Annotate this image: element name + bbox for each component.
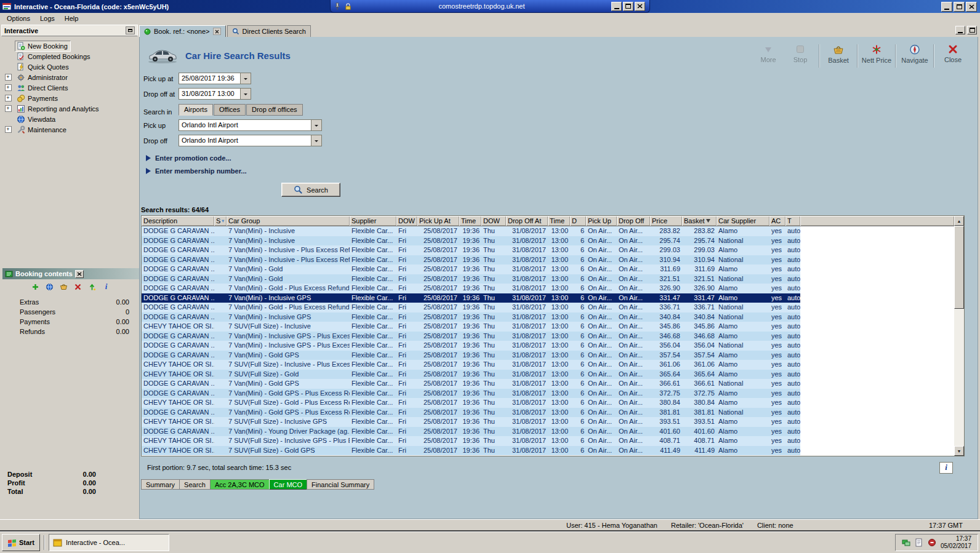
tab-financial-summary[interactable]: Financial Summary [307,479,374,490]
menu-help[interactable]: Help [60,14,84,23]
tab-summary[interactable]: Summary [141,479,180,490]
table-row[interactable]: DODGE G CARAVAN ... 7 Van(Mini) - Inclus… [142,293,800,303]
scroll-down-icon[interactable]: ▼ [954,446,964,456]
table-row[interactable]: CHEVY TAHOE OR SI... 7 SUV(Full Size) - … [142,370,800,380]
membership-expander[interactable]: Enter membership number... [146,167,978,175]
start-button[interactable]: Start [2,534,40,551]
info-button[interactable]: i [102,282,111,291]
restore-button[interactable] [954,2,965,12]
sidebar-item-reporting-analytics[interactable]: + Reporting and Analytics [1,103,138,114]
column-header-basket[interactable]: Basket [682,216,717,226]
table-row[interactable]: DODGE G CARAVAN ... 7 Van(Mini) - Gold F… [142,274,800,284]
table-row[interactable]: DODGE G CARAVAN ... 7 Van(Mini) - Inclus… [142,255,800,265]
close-button[interactable] [966,2,977,12]
table-row[interactable]: DODGE G CARAVAN ... 7 Van(Mini) - Gold -… [142,303,800,312]
rdp-restore-button[interactable] [623,2,633,11]
table-row[interactable]: DODGE G CARAVAN ... 7 Van(Mini) - Young … [142,427,800,437]
add-extra-button[interactable] [31,282,40,291]
delete-button[interactable] [73,282,82,291]
tray-network-icon[interactable] [902,538,910,547]
list-item[interactable]: Extras0.00 [2,297,139,307]
tab-close-icon[interactable] [213,28,221,35]
search-button[interactable]: Search [281,183,340,197]
column-header-car-group[interactable]: Car Group [227,216,350,226]
table-row[interactable]: CHEVY TAHOE OR SI... 7 SUV(Full Size) - … [142,446,800,456]
pickup-datetime-combo[interactable]: 25/08/2017 19:36 [179,73,251,84]
stop-button[interactable]: Stop [784,43,816,63]
table-row[interactable]: DODGE G CARAVAN ... 7 Van(Mini) - Inclus… [142,245,800,255]
column-header-ac[interactable]: AC [769,216,785,226]
chevron-down-icon[interactable] [240,89,251,99]
dropoff-location-combo[interactable]: Orlando Intl Airport [179,135,322,146]
chevron-down-icon[interactable] [240,73,251,84]
table-row[interactable]: DODGE G CARAVAN ... 7 Van(Mini) - Inclus… [142,312,800,322]
tab-booking-ref[interactable]: Book. ref.: <none> [139,25,226,37]
taskbar-task-interactive[interactable]: Interactive - Ocea... [49,534,169,551]
column-header-pickup-loc[interactable]: Pick Up [586,216,617,226]
table-row[interactable]: CHEVY TAHOE OR SI... 7 SUV(Full Size) - … [142,398,800,408]
pin-icon[interactable] [334,2,341,10]
table-row[interactable]: DODGE G CARAVAN ... 7 Van(Mini) - Inclus… [142,341,800,351]
column-header-t[interactable]: T [785,216,800,226]
sidebar-item-new-booking[interactable]: New Booking [1,41,138,51]
sidebar-item-maintenance[interactable]: + Maintenance [1,124,138,135]
sidebar-item-completed-bookings[interactable]: Completed Bookings [1,51,138,62]
tab-acc-mco[interactable]: Acc 2A,3C MCO [210,479,270,490]
table-row[interactable]: DODGE G CARAVAN ... 7 Van(Mini) - Inclus… [142,236,800,246]
expand-icon[interactable]: + [5,95,12,101]
panel-minimize-button[interactable] [955,26,965,34]
expand-icon[interactable]: + [5,74,12,81]
table-row[interactable]: CHEVY TAHOE OR SI... 7 SUV(Full Size) - … [142,436,800,446]
column-header-days[interactable]: D [570,216,586,226]
globe-button[interactable] [45,282,54,291]
sidebar-item-administrator[interactable]: + Administrator [1,72,138,82]
list-item[interactable]: Refunds0.00 [2,327,139,336]
column-header-dropoff-time[interactable]: Time [548,216,570,226]
sidebar-item-viewdata[interactable]: Viewdata [1,114,138,124]
expand-icon[interactable]: + [5,126,12,133]
chevron-down-icon[interactable] [311,135,321,146]
minimize-button[interactable] [941,2,952,12]
close-view-button[interactable]: Close [937,43,969,63]
info-button[interactable]: i [939,462,953,474]
sidebar-item-payments[interactable]: + Payments [1,93,138,103]
scrollbar-track[interactable] [954,226,964,446]
menu-logs[interactable]: Logs [35,14,60,23]
panel-restore-button[interactable] [967,26,977,34]
pickup-location-combo[interactable]: Orlando Intl Airport [179,119,322,131]
expand-icon[interactable]: + [5,105,12,112]
rdp-minimize-button[interactable] [611,2,622,11]
promo-code-expander[interactable]: Enter promotion code... [146,154,978,162]
column-header-car-supplier[interactable]: Car Supplier [717,216,769,226]
table-row[interactable]: DODGE G CARAVAN ... 7 Van(Mini) - Inclus… [142,226,800,236]
chevron-down-icon[interactable] [311,120,321,130]
basket-button[interactable] [59,282,68,291]
column-header-dropoff-loc[interactable]: Drop Off [617,216,650,226]
tab-search[interactable]: Search [179,479,211,490]
rdp-close-button[interactable] [635,2,645,11]
tray-document-icon[interactable] [915,538,923,547]
table-row[interactable]: DODGE G CARAVAN ... 7 Van(Mini) - Gold G… [142,351,800,360]
sidebar-item-direct-clients[interactable]: + Direct Clients [1,82,138,93]
scrollbar-thumb[interactable] [954,226,964,309]
nett-price-button[interactable]: Nett Price [861,43,893,64]
table-row[interactable]: CHEVY TAHOE OR SI... 7 SUV(Full Size) - … [142,417,800,427]
tab-car-mco[interactable]: Car MCO [269,479,307,490]
table-scrollbar[interactable]: ▲ ▼ [954,216,964,456]
basket-button[interactable]: Basket [822,43,854,64]
table-row[interactable]: DODGE G CARAVAN ... 7 Van(Mini) - Gold F… [142,265,800,274]
more-button[interactable]: More [752,43,784,63]
export-button[interactable] [87,282,97,291]
dropoff-datetime-combo[interactable]: 31/08/2017 13:00 [179,88,251,100]
column-header-dow-dropoff[interactable]: DOW [481,216,506,226]
table-row[interactable]: DODGE G CARAVAN ... 7 Van(Mini) - Inclus… [142,332,800,341]
menu-options[interactable]: Options [2,14,35,23]
column-header-dow-pickup[interactable]: DOW [396,216,417,226]
table-row[interactable]: CHEVY TAHOE OR SI... 7 SUV(Full Size) - … [142,360,800,370]
table-row[interactable]: DODGE G CARAVAN ... 7 Van(Mini) - Gold G… [142,408,800,418]
column-header-description[interactable]: Description [142,216,214,226]
collapse-panel-button[interactable] [126,26,135,34]
column-header-pickup-time[interactable]: Time [459,216,481,226]
expand-icon[interactable]: + [5,84,12,91]
list-item[interactable]: Passengers0 [2,307,139,317]
